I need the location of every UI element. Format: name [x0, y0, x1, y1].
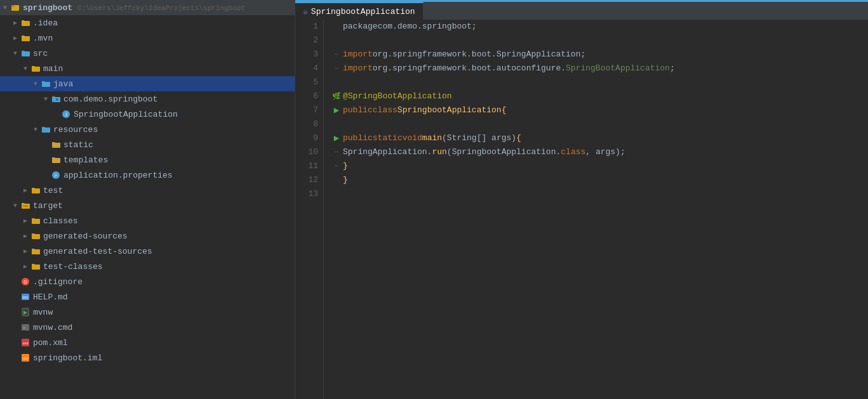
tree-arrow-resources: ▼: [30, 124, 41, 134]
sidebar-item-idea[interactable]: ▶.idea: [0, 15, 295, 30]
sidebar-item-test-classes[interactable]: ▶test-classes: [0, 259, 295, 274]
gutter-5: [330, 75, 343, 89]
sidebar-item-resources[interactable]: ▼resources: [0, 122, 295, 137]
code-content[interactable]: package com.demo.springboot;─import org.…: [324, 20, 868, 399]
sidebar-item-springboot-root[interactable]: ▼springboot C:\Users\Jeffcky\IdeaProject…: [0, 0, 295, 15]
tree-arrow-generated-sources: ▶: [20, 231, 30, 241]
tree-icon-java: [41, 79, 51, 89]
tree-label-generated-test-sources: generated-test-sources: [43, 247, 152, 256]
sidebar-item-templates[interactable]: templates: [0, 152, 295, 167]
tree-arrow-SpringbootApplication: [51, 109, 61, 119]
sidebar-item-target[interactable]: ▼target: [0, 198, 295, 213]
sidebar-item-main[interactable]: ▼main: [0, 61, 295, 76]
code-line-8: [330, 117, 868, 131]
fold-icon[interactable]: ─: [335, 159, 338, 173]
line-numbers: 12345678910111213: [295, 20, 324, 399]
line-number-7: 7: [295, 103, 318, 117]
sidebar-item-classes[interactable]: ▶classes: [0, 213, 295, 228]
gutter-13: [330, 187, 343, 201]
sidebar-item-SpringbootApplication[interactable]: JSpringbootApplication: [0, 107, 295, 122]
svg-text:iml: iml: [23, 356, 28, 360]
sidebar-item-java[interactable]: ▼java: [0, 76, 295, 91]
fold-icon[interactable]: ─: [335, 145, 338, 159]
tree-icon-springboot-root: [10, 3, 20, 13]
code-token: }: [343, 159, 348, 173]
code-line-12: }: [330, 173, 868, 187]
tree-label-test-classes: test-classes: [43, 262, 103, 271]
code-token: {: [502, 103, 507, 117]
code-editor[interactable]: 12345678910111213 package com.demo.sprin…: [295, 20, 868, 399]
sidebar-item-pom.xml[interactable]: xmlpom.xml: [0, 335, 295, 350]
tree-arrow-test-classes: ▶: [20, 261, 30, 271]
line-number-4: 4: [295, 62, 318, 75]
gutter-1: [330, 20, 343, 34]
tree-arrow-pom.xml: [10, 337, 20, 348]
line-number-8: 8: [295, 117, 318, 131]
code-token: import: [343, 62, 373, 75]
sidebar-item-application.properties[interactable]: Papplication.properties: [0, 167, 295, 183]
line-number-6: 6: [295, 89, 318, 103]
tree-arrow-main: ▼: [20, 63, 30, 74]
tree-arrow-mvn: ▶: [10, 33, 20, 43]
code-token: ;: [670, 62, 675, 75]
gutter-8: [330, 117, 343, 131]
tree-icon-src: [20, 48, 30, 58]
tree-label-resources: resources: [53, 125, 98, 134]
fold-icon[interactable]: ─: [335, 62, 338, 75]
tree-label-mvn: .mvn: [33, 34, 53, 43]
tree-label-src: src: [33, 49, 48, 58]
code-line-4: ─import org.springframework.boot.autocon…: [330, 62, 868, 75]
run-icon[interactable]: ▶: [334, 103, 339, 117]
tree-icon-test-classes: [30, 261, 41, 271]
sidebar-item-generated-test-sources[interactable]: ▶generated-test-sources: [0, 244, 295, 259]
tree-arrow-mvnw.cmd: [10, 322, 20, 332]
code-line-10: ─ SpringApplication.run(SpringbootApplic…: [330, 145, 868, 159]
gutter-6: 🌿: [330, 89, 343, 103]
sidebar-item-mvnw[interactable]: mvnw: [0, 304, 295, 320]
tree-icon-idea: [20, 18, 30, 28]
tree-label-java: java: [53, 79, 73, 89]
code-token: class: [561, 145, 585, 159]
sidebar-item-mvnw.cmd[interactable]: >_mvnw.cmd: [0, 320, 295, 335]
line-number-1: 1: [295, 20, 318, 34]
svg-rect-7: [23, 206, 28, 207]
tree-label-SpringbootApplication: SpringbootApplication: [74, 110, 178, 119]
code-token: package: [343, 20, 378, 34]
tree-arrow-mvnw: [10, 307, 20, 317]
sidebar-item-gitignore[interactable]: G.gitignore: [0, 274, 295, 289]
sidebar-item-test[interactable]: ▶test: [0, 183, 295, 198]
code-line-1: package com.demo.springboot;: [330, 20, 868, 34]
gutter-11: ─: [330, 159, 343, 173]
file-tree: ▼springboot C:\Users\Jeffcky\IdeaProject…: [0, 0, 295, 399]
svg-text:G: G: [23, 280, 27, 284]
code-token: SpringbootApplication: [397, 103, 502, 117]
tree-arrow-classes: ▶: [20, 216, 30, 226]
svg-point-2: [56, 98, 58, 101]
code-token: SpringApplication.: [343, 145, 432, 159]
tree-label-test: test: [43, 186, 63, 195]
fold-icon[interactable]: ─: [335, 48, 338, 62]
svg-text:MD: MD: [22, 296, 29, 299]
tree-icon-mvnw.cmd: >_: [20, 322, 30, 332]
tree-arrow-templates: [41, 155, 51, 165]
code-token: class: [373, 103, 397, 117]
tree-icon-pom.xml: xml: [20, 337, 30, 348]
code-token: run: [432, 145, 446, 159]
tree-arrow-generated-test-sources: ▶: [20, 246, 30, 256]
code-token: com.demo.springboot;: [378, 20, 477, 34]
tab-icon: ☕: [303, 6, 308, 16]
sidebar-item-mvn[interactable]: ▶.mvn: [0, 30, 295, 46]
code-token: }: [343, 173, 348, 187]
sidebar-item-src[interactable]: ▼src: [0, 46, 295, 61]
gutter-9: ▶: [330, 131, 343, 145]
run-icon[interactable]: ▶: [334, 131, 339, 145]
tree-label-idea: .idea: [33, 18, 58, 28]
sidebar-item-generated-sources[interactable]: ▶generated-sources: [0, 228, 295, 244]
sidebar-item-HELP.md[interactable]: MDHELP.md: [0, 289, 295, 304]
editor-tab-springboot[interactable]: ☕ SpringbootApplication: [295, 2, 424, 20]
sidebar-item-static[interactable]: static: [0, 137, 295, 152]
sidebar-item-com.demo.springboot[interactable]: ▼com.demo.springboot: [0, 91, 295, 107]
sidebar-item-springboot.iml[interactable]: imlspringboot.iml: [0, 350, 295, 365]
tree-label-classes: classes: [43, 216, 78, 226]
code-token: main: [422, 131, 442, 145]
